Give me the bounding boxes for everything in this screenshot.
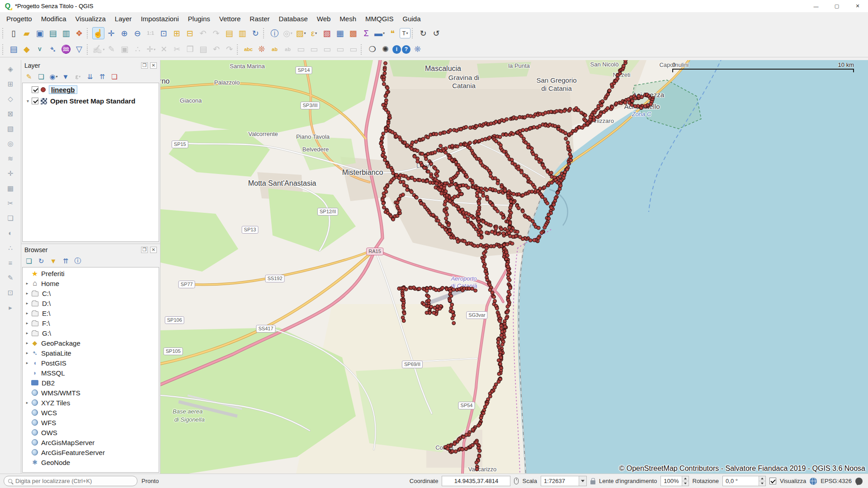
select-by-expression-icon[interactable]: ε▾ [308, 27, 320, 39]
new-project-icon[interactable]: ▯ [8, 27, 20, 39]
menu-guida[interactable]: Guida [398, 13, 425, 24]
side-tool-3-icon[interactable]: ◇ [4, 93, 17, 104]
side-tool-14-icon[interactable]: ≡ [4, 257, 17, 268]
undo-edit-icon[interactable]: ↶ [210, 43, 222, 56]
pin-labels-icon[interactable]: ab [269, 43, 281, 56]
close-button[interactable]: ✕ [847, 0, 868, 12]
side-tool-11-icon[interactable]: ❏ [4, 212, 17, 224]
layer-expander[interactable]: ▾ [24, 99, 31, 103]
remove-layer-icon[interactable]: ❏ [109, 71, 120, 82]
vertex-tool-icon[interactable]: ✛▾ [145, 43, 157, 56]
help-icon[interactable]: ? [402, 45, 410, 54]
run-feature-action-icon[interactable]: ◎▾ [282, 27, 294, 39]
browser-item-wcs[interactable]: WCS [23, 408, 159, 418]
new-print-layout-icon[interactable]: ▤ [47, 27, 59, 39]
browser-expander[interactable]: ▸ [24, 321, 31, 325]
layer-labeling-icon[interactable]: abc [242, 43, 255, 56]
add-selected-layers-icon[interactable]: ❏ [24, 256, 35, 266]
paste-features-icon[interactable]: ▤ [197, 43, 209, 56]
pan-map-icon[interactable]: ☝ [92, 27, 104, 39]
crs-globe-icon[interactable] [810, 478, 817, 485]
browser-expander[interactable]: ▸ [24, 361, 31, 365]
add-group-icon[interactable]: ❏ [36, 71, 47, 82]
manage-map-themes-icon[interactable]: ◉▾ [48, 71, 59, 82]
menu-visualizza[interactable]: Visualizza [71, 13, 110, 24]
change-label-icon[interactable]: ▭ [321, 43, 333, 56]
pan-to-selection-icon[interactable]: ✛ [105, 27, 118, 39]
minimize-button[interactable]: — [806, 0, 826, 12]
spin-up-icon[interactable] [682, 476, 689, 481]
layout-manager-icon[interactable]: ▥ [60, 27, 72, 39]
lock-scale-icon[interactable] [590, 480, 595, 484]
side-tool-8-icon[interactable]: ✛ [4, 168, 17, 179]
layer-styling-icon[interactable]: ✎ [24, 71, 35, 82]
highlight-labels-icon[interactable]: ab [282, 43, 294, 56]
expand-all-icon[interactable]: ⇊ [85, 71, 96, 82]
filter-by-expression-icon[interactable]: ε▾ [72, 71, 84, 82]
browser-item-geopackage[interactable]: ▸ ◆ GeoPackage [23, 338, 159, 348]
layer-checkbox[interactable] [32, 86, 38, 93]
menu-vettore[interactable]: Vettore [215, 13, 245, 24]
cut-features-icon[interactable]: ✂ [171, 43, 183, 56]
curve-label-icon[interactable]: ▭ [334, 43, 346, 56]
render-checkbox[interactable] [769, 478, 776, 484]
macro-gear-icon[interactable]: ✺ [379, 43, 392, 56]
coordinate-field[interactable] [442, 476, 510, 486]
browser-item-postgis[interactable]: ▸ ◖ PostGIS [23, 358, 159, 368]
rotate-label-icon[interactable]: ▭ [308, 43, 320, 56]
magnifier-spinbox[interactable]: 100% [660, 476, 689, 486]
side-tool-2-icon[interactable]: ⊞ [4, 78, 17, 89]
browser-expander[interactable]: ▸ [24, 331, 31, 335]
menu-mesh[interactable]: Mesh [335, 13, 361, 24]
browser-expander[interactable]: ▸ [24, 311, 31, 315]
spin-up-icon[interactable] [759, 476, 765, 481]
panel-close-icon[interactable]: ✕ [150, 62, 157, 69]
collapse-all-icon[interactable]: ⇈ [97, 71, 108, 82]
browser-item-xyz[interactable]: ▸ XYZ Tiles [23, 398, 159, 408]
filter-browser-icon[interactable]: ▼ [48, 256, 59, 266]
menu-mmqgis[interactable]: MMQGIS [361, 13, 398, 24]
rotation-spinbox[interactable]: 0,0 ° [722, 476, 766, 486]
copy-features-icon[interactable]: ❐ [184, 43, 196, 56]
side-tool-7-icon[interactable]: ≋ [4, 153, 17, 164]
save-layer-edits-icon[interactable]: ▣ [118, 43, 131, 56]
new-spatialite-icon[interactable]: ➴ [47, 43, 59, 56]
browser-item-f-drive[interactable]: ▸ F:\ [23, 318, 159, 328]
redo-view-icon[interactable]: ↻ [417, 27, 429, 39]
properties-info-icon[interactable]: ⓘ [72, 256, 84, 266]
refresh-browser-icon[interactable]: ↻ [36, 256, 47, 266]
layer-checkbox[interactable] [32, 98, 38, 104]
undo-view-icon[interactable]: ↺ [430, 27, 443, 39]
zoom-next-icon[interactable]: ↷ [210, 27, 222, 39]
new-mesh-layer-icon[interactable]: ♒ [60, 43, 72, 56]
redo-edit-icon[interactable]: ↷ [223, 43, 236, 56]
panel-float-icon[interactable]: ❐ [141, 247, 148, 253]
zoom-to-layer-icon[interactable]: ⊞ [171, 27, 183, 39]
zoom-to-selection-icon[interactable]: ⊟ [184, 27, 196, 39]
search-binoculars-icon[interactable]: ❍ [366, 43, 378, 56]
menu-impostazioni[interactable]: Impostazioni [136, 13, 183, 24]
zoom-in-icon[interactable]: ⊕ [118, 27, 131, 39]
new-geopackage-icon[interactable]: ◆ [21, 43, 33, 56]
combo-arrow-icon[interactable] [579, 476, 586, 486]
layer-diagram-icon[interactable]: ❊ [255, 43, 268, 56]
browser-item-spatialite[interactable]: ▸ ➴ SpatiaLite [23, 348, 159, 358]
browser-item-mssql[interactable]: ◗ MSSQL [23, 368, 159, 378]
text-annotation-icon[interactable]: T▾ [400, 28, 410, 38]
menu-web[interactable]: Web [312, 13, 335, 24]
spin-down-icon[interactable] [682, 481, 689, 486]
menu-plugins[interactable]: Plugins [184, 13, 215, 24]
browser-expander[interactable]: ▸ [24, 281, 31, 286]
deselect-all-icon[interactable]: ▧ [321, 27, 333, 39]
statistical-summary-icon[interactable]: Σ [360, 27, 373, 39]
side-tool-15-icon[interactable]: ✎ [4, 272, 17, 283]
side-tool-10-icon[interactable]: ✂ [4, 197, 17, 209]
side-tool-9-icon[interactable]: ▦ [4, 183, 17, 194]
messages-icon[interactable] [855, 478, 863, 485]
zoom-native-icon[interactable]: 1:1 [145, 27, 157, 39]
side-tool-12-icon[interactable]: ◐ [4, 227, 17, 239]
side-tool-16-icon[interactable]: ⊡ [4, 287, 17, 298]
menu-raster[interactable]: Raster [245, 13, 274, 24]
menu-layer[interactable]: Layer [110, 13, 137, 24]
attribute-table-icon[interactable]: ▦ [334, 27, 346, 39]
